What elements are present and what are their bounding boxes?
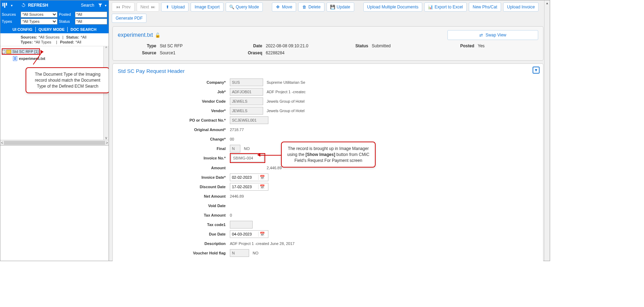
vendor-code-label: Vendor Code [118,99,226,103]
invoice-date-input[interactable]: 📅 [230,173,268,181]
net-amount-label: Net Amount [118,194,226,198]
amount-label: Amount [118,166,226,170]
voucher-label: Voucher Hold flag [118,251,226,255]
delete-button[interactable]: 🗑Delete [298,2,324,12]
collapse-icon[interactable]: - [2,50,5,53]
file-icon [13,56,17,61]
scroll-thumb[interactable] [4,141,105,145]
posted-input[interactable] [75,12,107,18]
invoice-no-label: Invoice No.* [118,156,226,160]
scroll-left-icon[interactable]: < [1,141,3,145]
tab-ui-config[interactable]: UI CONFIG [10,27,35,32]
vendor-code-desc: Jewels Group of Hotel [267,99,304,103]
final-label: Final [118,146,226,151]
due-date-label: Due Date [118,232,226,236]
form-title: Std SC Pay Request Header [118,67,538,77]
swap-view-button[interactable]: ⇄ Swap View [447,30,538,40]
image-export-button[interactable]: Image Export [191,2,223,12]
company-label: Company* [118,80,226,84]
unlock-icon: 🔓 [155,33,160,38]
types-select[interactable]: *All Types [21,19,57,25]
types-label: Types [2,19,19,23]
search-icon: 🔍 [229,5,234,9]
tax-code-input[interactable] [230,221,253,228]
upload-icon: ⬆ [165,5,170,9]
vendor-label: Vendor* [118,109,226,113]
document-title: experiment.txt 🔓 [118,32,160,38]
source-value: Source1 [160,50,220,55]
calendar-icon[interactable]: 📅 [258,175,266,180]
folder-icon [6,50,11,54]
void-date-label: Void Date [118,204,226,208]
trash-icon: 🗑 [302,5,307,9]
tab-query-mode[interactable]: QUERY MODE [36,27,68,32]
tree-horizontal-scrollbar[interactable]: < > [0,140,109,145]
vendor-code-input[interactable] [230,97,263,105]
prev-button[interactable]: ⏮Prev [112,2,135,12]
tab-doc-search[interactable]: DOC SEARCH [68,27,99,32]
upload-button[interactable]: ⬆Upload [161,2,189,12]
orig-amount-label: Original Amount* [118,128,226,132]
final-input[interactable] [230,145,240,152]
scroll-up-icon[interactable]: ▴ [546,0,548,6]
filter-summary: Sources: *All Sources | Status: *All Typ… [0,33,109,46]
job-input[interactable] [230,88,263,96]
search-label[interactable]: Search [81,3,94,8]
vendor-input[interactable] [230,107,263,115]
company-input[interactable] [230,79,263,86]
po-input[interactable] [230,116,268,124]
query-mode-button[interactable]: 🔍Query Mode [226,2,263,12]
new-phs-cat-button[interactable]: New Phs/Cat [469,2,501,12]
posted-label: Posted [436,43,474,48]
tree-folder-std-sc-rfp[interactable]: - Std SC RFP [1] [2,48,40,55]
scroll-up-icon[interactable]: ^ [105,46,107,50]
refresh-button[interactable]: REFRESH [21,3,48,8]
upload-invoice-button[interactable]: Upload Invoice [503,2,539,12]
oraseq-value: 62288284 [266,50,327,55]
type-value: Std SC RFP [160,43,220,48]
filter-icon[interactable] [98,3,103,8]
callout-doc-type: The Document Type of the Imaging record … [26,67,109,93]
change-label: Change* [118,137,226,141]
tree-file-experiment[interactable]: experiment.txt [13,56,107,61]
status-input[interactable] [75,19,107,25]
date-value: 2022-08-08 09:10:21.0 [266,43,327,48]
calendar-icon[interactable]: 📅 [258,184,266,189]
export-excel-button[interactable]: 📊Export to Excel [424,2,467,12]
scroll-right-icon[interactable]: > [106,141,108,145]
save-icon: 💾 [330,5,335,9]
discount-date-input[interactable]: 📅 [230,183,268,191]
callout-show-images: The record is brought up in Image Manage… [281,142,376,168]
upload-multiple-button[interactable]: Upload Multiple Documents [363,2,423,12]
sources-select[interactable]: *All Sources [21,12,57,18]
status-value: Submitted [372,43,432,48]
voucher-input[interactable] [230,249,249,257]
update-button[interactable]: 💾Update [327,2,354,12]
generate-pdf-button[interactable]: Generate PDF [112,14,146,23]
swap-icon: ⇄ [479,33,483,37]
next-icon: ⏭ [151,5,155,9]
bars-icon[interactable] [2,3,9,8]
refresh-icon [21,3,26,8]
description-value: ADF Project 1 -created June 28, 2017 [230,241,295,246]
due-date-input[interactable]: 📅 [230,230,268,238]
main-vertical-scrollbar[interactable]: ▴ [544,0,550,261]
search-dropdown-icon[interactable]: ▾ [105,4,107,7]
sidebar: ▾ REFRESH Search ▾ Sources *All Sources … [0,0,109,261]
posted-value: Yes [478,43,539,48]
orig-amount-value: 2718.77 [230,128,244,132]
description-label: Description [118,241,226,246]
status-label: Status [330,43,368,48]
tree-file-label: experiment.txt [19,56,45,61]
next-button[interactable]: Next⏭ [137,2,159,12]
move-icon: ✥ [276,5,280,9]
type-label: Type [118,43,156,48]
tax-amount-value: 0 [230,213,232,217]
form-collapse-toggle[interactable]: ▼ [533,67,540,74]
bars-dropdown-icon[interactable]: ▾ [11,4,13,7]
oraseq-label: Oraseq [224,50,262,55]
scroll-down-icon[interactable]: v [105,136,107,140]
move-button[interactable]: ✥Move [272,2,296,12]
amount-value: 2,446.89 [267,166,282,170]
calendar-icon[interactable]: 📅 [258,232,266,237]
